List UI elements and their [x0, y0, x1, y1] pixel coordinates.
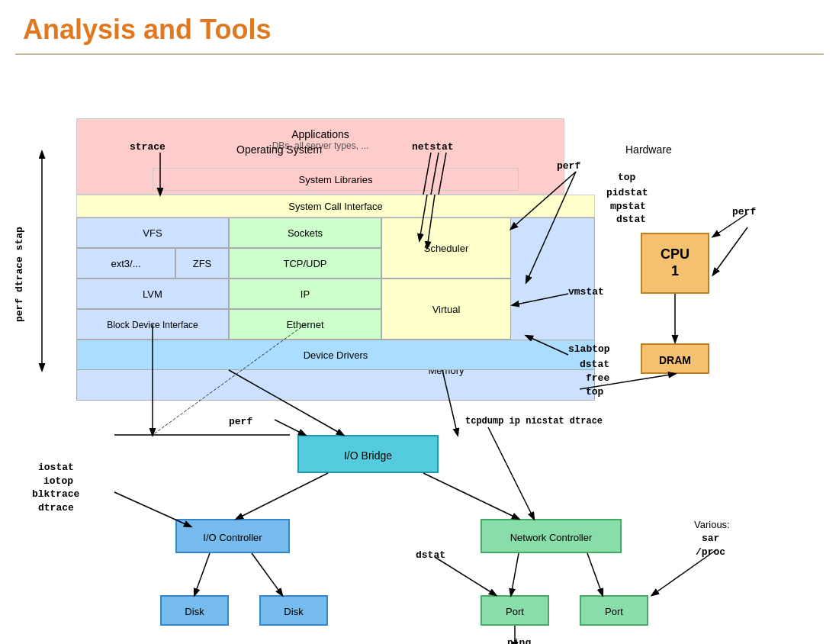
svg-line-21 — [194, 553, 210, 595]
various-label: Various: — [694, 519, 730, 530]
page-title: Analysis and Tools — [0, 0, 839, 53]
dstat2-label: dstat — [580, 359, 609, 370]
network-controller-box: Network Controller — [481, 519, 622, 553]
dtrace-label: dtrace — [38, 502, 74, 514]
blockdev-box: Block Device Interface — [76, 309, 229, 340]
disk2-box: Disk — [259, 595, 328, 626]
system-libraries-box: System Libraries — [153, 168, 519, 191]
vm-box: VirtualMemory — [381, 279, 511, 340]
dstat-label: dstat — [616, 214, 646, 225]
strace-label: strace — [130, 141, 166, 153]
perf-right-label: perf — [732, 206, 756, 217]
svg-line-24 — [488, 427, 534, 519]
tcpudp-box: TCP/UDP — [229, 248, 381, 279]
diagram-area: Applications DBs, all server types, ... … — [0, 61, 839, 644]
scheduler-box: Scheduler — [381, 217, 511, 279]
sockets-box: Sockets — [229, 217, 381, 248]
mpstat-label: mpstat — [610, 201, 646, 212]
ping-label: ping — [507, 637, 531, 644]
slabtop-label: slabtop — [568, 343, 610, 355]
os-label: Operating System — [236, 143, 322, 156]
port1-box: Port — [481, 595, 549, 626]
blktrace-label: blktrace — [32, 488, 79, 500]
ip-box: IP — [229, 279, 381, 309]
sar-label: sar — [702, 533, 719, 544]
cpu-num: 1 — [671, 263, 679, 280]
proc-label: /proc — [696, 546, 725, 558]
top2-label: top — [586, 386, 603, 398]
perf-bottom-label: perf — [229, 416, 252, 427]
cpu-box: CPU 1 — [641, 233, 709, 294]
perf-top-label: perf — [557, 160, 580, 172]
port2-box: Port — [580, 595, 648, 626]
svg-line-22 — [252, 553, 282, 595]
device-drivers-box: Device Drivers — [76, 340, 595, 370]
svg-line-10 — [713, 227, 747, 275]
zfs-box: ZFS — [175, 248, 229, 279]
svg-line-23 — [435, 557, 496, 595]
vfs-box: VFS — [76, 217, 229, 248]
ext3-box: ext3/... — [76, 248, 175, 279]
iostat-label: iostat — [38, 462, 74, 473]
ethernet-box: Ethernet — [229, 309, 381, 340]
divider — [15, 53, 824, 55]
free-label: free — [586, 372, 609, 384]
tcpdump-label: tcpdump ip nicstat dtrace — [465, 416, 603, 427]
top-label: top — [618, 172, 635, 183]
svg-line-19 — [423, 473, 519, 519]
lvm-box: LVM — [76, 279, 229, 309]
netstat-label: netstat — [412, 141, 454, 153]
iobridge-box: I/O Bridge — [297, 435, 439, 473]
applications-text: Applications — [77, 119, 564, 140]
dram-box: DRAM — [641, 343, 709, 374]
hardware-label: Hardware — [625, 143, 672, 156]
svg-line-18 — [236, 473, 328, 519]
svg-line-25 — [511, 553, 519, 595]
dstat3-label: dstat — [416, 549, 445, 561]
svg-line-16 — [275, 420, 305, 435]
iocontroller-box: I/O Controller — [175, 519, 290, 553]
disk1-box: Disk — [160, 595, 229, 626]
pidstat-label: pidstat — [606, 187, 648, 198]
vmstat-label: vmstat — [568, 286, 604, 298]
perf-dtrace-stap-label: perf dtrace stap — [14, 153, 25, 397]
syscall-layer: System Call Interface — [76, 195, 595, 217]
svg-line-26 — [587, 553, 603, 595]
cpu-label: CPU — [661, 246, 690, 263]
iotop-label: iotop — [43, 475, 73, 487]
